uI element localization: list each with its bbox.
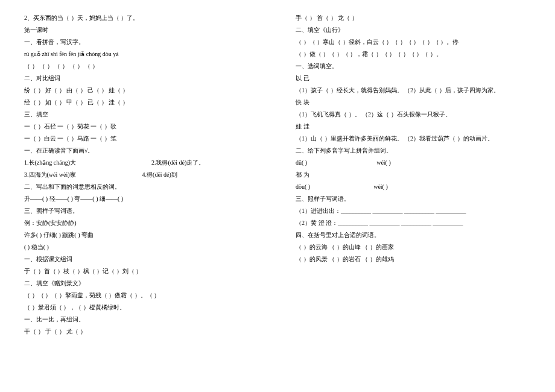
text-line: dū( ) wéi( ) [296, 157, 531, 169]
text-line: 二、对比组词 [24, 72, 259, 84]
blank-line: （ ） （ ） （ ） （ ） （ ） [24, 60, 259, 72]
text-line: 二、写出和下面的词意思相反的词。 [24, 181, 259, 193]
text-line: 四、在括号里对上合适的词语。 [296, 229, 531, 241]
text-line: 例：安静(安安静静) [24, 217, 259, 229]
text-line: 二、填空《赠刘景文》 [24, 277, 259, 289]
text-line: （ ）的云海 （ ）的山峰 （ ）的画家 [296, 241, 531, 253]
text-span: 4.得(dēi dé)到 [142, 171, 177, 178]
text-line: （1）进进出出：__________ __________ __________… [296, 205, 531, 217]
text-line: （2）黄 澄 澄：__________ __________ _________… [296, 217, 531, 229]
text-line: 二、给下列多音字写上拼音并组词。 [296, 145, 531, 157]
text-line: 三、填空 [24, 109, 259, 121]
text-line: 娃 洼 [296, 121, 531, 133]
text-line: 三、照样子写词语。 [296, 193, 531, 205]
text-line: （ ）（ ）寒山（ ）径斜，白云（ ）（ ）（ ）（ ）（ ）。停 [296, 36, 531, 48]
text-line: 升——( ) 轻——( ) 弯——( ) 细——( ) [24, 193, 259, 205]
text-line: （ ）做（ ）（ ）（ ），霜（ ）（ ）（ ）（ ）（ ）。 [296, 48, 531, 60]
text-line: 3.四海为(wéi wèi)家 4.得(dēi dé)到 [24, 169, 259, 181]
text-line: ( ) 稳当( ) [24, 241, 259, 253]
text-line: 一、看拼音，写汉字。 [24, 36, 259, 48]
text-line: 2、买东西的当（ ）天，妈妈上当（ ）了。 [24, 12, 259, 24]
text-line: 一、比一比，再组词。 [24, 314, 259, 326]
text-span: dū( ) [296, 159, 307, 166]
text-span: 3.四海为(wéi wèi)家 [24, 171, 76, 178]
text-line: 许多( ) 仔细( ) 蹦跳( ) 弯曲 [24, 229, 259, 241]
text-line: 一、根据课文组词 [24, 253, 259, 265]
right-column: 手（ ） 首（ ） 龙（ ） 二、填空《山行》 （ ）（ ）寒山（ ）径斜，白云… [296, 12, 531, 380]
text-line: （ ）的风景 （ ）的岩石 （ ）的雄鸡 [296, 253, 531, 265]
text-line: （1）山（ ）里盛开着许多美丽的鲜花。 （2）我看过葫芦（ ）的动画片。 [296, 133, 531, 145]
text-line: 手（ ） 首（ ） 龙（ ） [296, 12, 531, 24]
text-span: 1.长(zhǎng cháng)大 [24, 159, 76, 166]
text-line: 一、选词填空。 [296, 60, 531, 72]
text-line: （ ）景君须（ ），（ ）橙黄橘绿时。 [24, 302, 259, 314]
text-line: （1）飞机飞得真（ ）。 （2）这（ ）石头很像一只猴子。 [296, 109, 531, 121]
text-span: dōu( ) [296, 183, 310, 190]
text-line: 于（ ）首（ ）枝（ ）枫（ ）记（ ）刘（ ） [24, 265, 259, 277]
text-line: 二、填空《山行》 [296, 24, 531, 36]
left-column: 2、买东西的当（ ）天，妈妈上当（ ）了。 第一课时 一、看拼音，写汉字。 rú… [24, 12, 259, 380]
text-line: 以 已 [296, 72, 531, 84]
text-span: wèi( ) [373, 183, 388, 190]
text-line: 第一课时 [24, 24, 259, 36]
text-line: 经（ ） 如（ ） 甲（ ） 已（ ） 洼（ ） [24, 96, 259, 109]
text-line: dōu( ) wèi( ) [296, 181, 531, 193]
text-span: wéi( ) [376, 159, 391, 166]
pinyin-line: rú guǒ zhī shì fēn fēn jiǎ chóng dòu yá [24, 48, 259, 60]
text-line: 三、照样子写词语。 [24, 205, 259, 217]
text-line: （1）孩子（ ）经长大，就得告别妈妈。 （2）从此（ ）后，孩子四海为家。 [296, 84, 531, 96]
text-line: 一（ ）白云 一（ ）马路 一（ ）笔 [24, 133, 259, 145]
text-line: 干（ ） 于（ ） 尤（ ） [24, 326, 259, 338]
text-line: 一、在正确读音下面画√。 [24, 145, 259, 157]
text-span: 2.我得(dēi dé)走了。 [151, 159, 205, 166]
text-line: （ ）（ ）（ ）擎雨盖，菊残（ ）傲霜（ ）。（ ） [24, 289, 259, 302]
text-line: 一（ ）石径 一（ ）菊花 一（ ）歌 [24, 121, 259, 133]
text-line: 都 为 [296, 169, 531, 181]
text-line: 1.长(zhǎng cháng)大 2.我得(dēi dé)走了。 [24, 157, 259, 169]
text-line: 快 块 [296, 96, 531, 109]
text-line: 纷（ ） 好（ ） 由（ ） 己（ ） 娃（ ） [24, 84, 259, 96]
